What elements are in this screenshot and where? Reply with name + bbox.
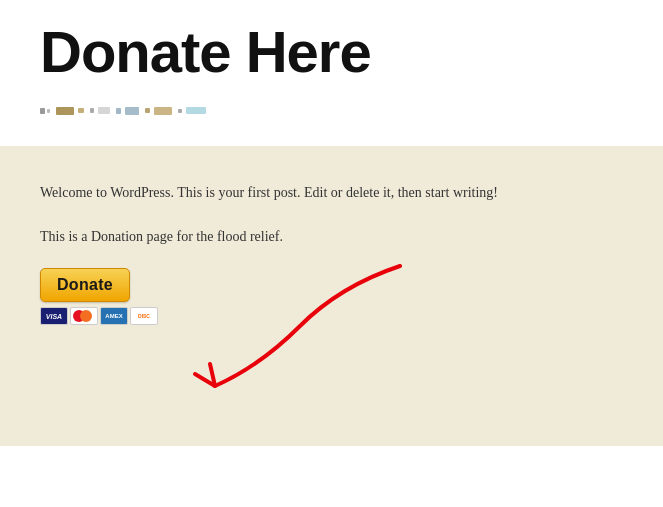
payment-cards: VISA AMEX DISC xyxy=(40,307,158,325)
page-title: Donate Here xyxy=(40,20,623,84)
discover-card-icon: DISC xyxy=(130,307,158,325)
nav-item-4 xyxy=(116,107,139,115)
amex-card-icon: AMEX xyxy=(100,307,128,325)
bottom-section: Welcome to WordPress. This is your first… xyxy=(0,146,663,446)
top-section: Donate Here xyxy=(0,0,663,146)
nav-item-6 xyxy=(178,107,206,114)
nav-item-3 xyxy=(90,107,110,114)
nav-item-5 xyxy=(145,107,172,115)
nav-bar xyxy=(40,102,623,116)
paypal-donate-button[interactable]: Donate xyxy=(40,268,130,302)
welcome-text: Welcome to WordPress. This is your first… xyxy=(40,181,600,205)
nav-item-1 xyxy=(40,108,50,114)
mastercard-icon xyxy=(70,307,98,325)
donation-text: This is a Donation page for the flood re… xyxy=(40,225,600,249)
donate-button-wrapper: Donate VISA AMEX DISC xyxy=(40,268,623,325)
visa-card-icon: VISA xyxy=(40,307,68,325)
nav-item-2 xyxy=(56,107,84,115)
